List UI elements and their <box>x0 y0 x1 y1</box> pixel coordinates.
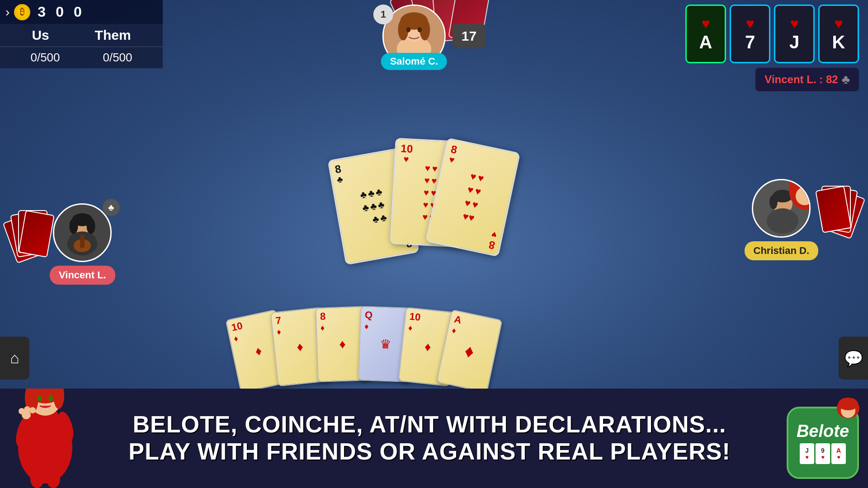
svg-point-37 <box>24 406 30 413</box>
home-button[interactable]: ⌂ <box>0 337 29 380</box>
belote-logo: Belote J ♥ 9 ♥ A ♥ <box>787 407 859 479</box>
svg-point-33 <box>38 396 42 401</box>
svg-point-16 <box>70 219 78 234</box>
game-table: › ₿ 3 0 0 Us Them 0/500 0/500 1 <box>0 0 868 488</box>
right-player-name-badge: Christian D. <box>745 241 818 260</box>
svg-point-22 <box>769 195 778 209</box>
svg-point-43 <box>838 398 858 410</box>
svg-point-20 <box>767 208 798 234</box>
chat-button[interactable]: 💬 <box>839 337 868 380</box>
belote-logo-cards: J ♥ 9 ♥ A ♥ <box>800 443 846 464</box>
score-val-1: 3 <box>38 4 46 20</box>
trump-info: Vincent L. : 82 ♣ <box>755 68 859 91</box>
score-labels: Us Them <box>0 24 163 47</box>
us-label: Us <box>32 28 49 43</box>
svg-point-36 <box>19 408 25 414</box>
left-club-badge: ♣ <box>103 199 120 216</box>
top-right-cards: ♥ A ♥ 7 ♥ J ♥ K <box>685 5 859 63</box>
expand-button[interactable]: › <box>5 5 9 19</box>
right-player: Christian D. <box>745 170 868 269</box>
them-label: Them <box>95 28 131 43</box>
score-header: › ₿ 3 0 0 <box>0 0 163 24</box>
score-val-2: 0 <box>56 4 64 20</box>
right-avatar-section: Christian D. <box>745 179 818 260</box>
home-icon: ⌂ <box>10 349 19 367</box>
left-cards-fan <box>0 194 50 294</box>
score-panel: › ₿ 3 0 0 Us Them 0/500 0/500 <box>0 0 163 68</box>
svg-point-8 <box>417 27 422 32</box>
svg-point-39 <box>30 470 44 488</box>
svg-point-38 <box>29 407 36 413</box>
top-player-number: 1 <box>373 5 393 24</box>
promo-text-area: BELOTE, COINCHE, AT/NT WITH DECLARATIONS… <box>0 411 868 465</box>
hand-card-A[interactable]: ♥ A <box>685 5 726 63</box>
right-cards-fan <box>818 170 868 269</box>
hand-card-J[interactable]: ♥ J <box>774 5 815 63</box>
hand-card-7[interactable]: ♥ 7 <box>730 5 770 63</box>
left-player: ♣ Vincent L. <box>0 194 115 294</box>
promo-line2: PLAY WITH FRIENDS OR AGAINST REAL PLAYER… <box>81 438 778 465</box>
them-score: 0/500 <box>103 51 132 65</box>
promo-line1: BELOTE, COINCHE, AT/NT WITH DECLARATIONS… <box>81 411 778 438</box>
mascot-character <box>0 389 99 488</box>
score-val-3: 0 <box>74 4 82 20</box>
trump-player-name: Vincent L. : 82 <box>764 73 838 86</box>
left-avatar <box>53 203 112 262</box>
top-avatar-container: 1 <box>382 5 446 68</box>
svg-point-34 <box>48 396 53 401</box>
bottom-promo-bar: BELOTE, COINCHE, AT/NT WITH DECLARATIONS… <box>0 389 868 488</box>
top-player-score: 17 <box>453 24 486 48</box>
svg-point-40 <box>47 470 60 488</box>
svg-rect-14 <box>80 235 85 248</box>
center-played-cards: 8 ♣ ♣♣♣ ♣♣♣ ♣♣ 8 ♣ 10 ♥ ♥♥ ♥♥ ♥♥ <box>327 135 522 271</box>
svg-point-17 <box>87 219 95 234</box>
score-values: 0/500 0/500 <box>0 47 163 68</box>
player-hand: 10♦ ♦ 7♦ ♦ 8♦ ♦ Q♦ ♛ 10♦ ♦ A♦ ♦ <box>231 305 637 386</box>
coin-icon: ₿ <box>14 4 30 20</box>
left-avatar-section: ♣ Vincent L. <box>50 203 115 285</box>
svg-rect-26 <box>32 411 59 447</box>
left-player-name-badge: Vincent L. <box>50 266 115 285</box>
chat-icon: 💬 <box>844 349 863 367</box>
hand-card-K[interactable]: ♥ K <box>818 5 859 63</box>
top-player-name-badge: Salomé C. <box>381 53 447 70</box>
us-score: 0/500 <box>30 51 60 65</box>
svg-point-7 <box>406 27 411 32</box>
trump-suit-icon: ♣ <box>842 72 850 87</box>
right-avatar <box>752 179 811 238</box>
top-player: 1 <box>382 5 486 68</box>
